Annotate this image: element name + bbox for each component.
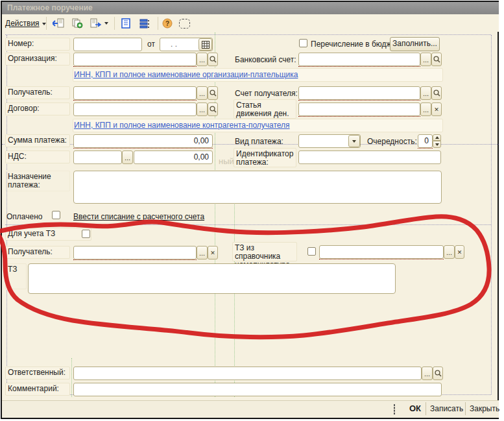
payment-sum-input[interactable]: 0,00 bbox=[73, 134, 213, 148]
budget-transfer-label: Перечисление в бюджет bbox=[311, 40, 399, 49]
ellipsis-icon: ... bbox=[199, 104, 205, 115]
select-mode-button[interactable] bbox=[176, 16, 192, 30]
clear-x-icon: ✕ bbox=[210, 248, 215, 258]
organization-select-button[interactable]: ... bbox=[197, 53, 208, 66]
enter-writeoff-link[interactable]: Ввести списание с расчетного счета bbox=[73, 212, 204, 221]
vat-select-button[interactable]: ... bbox=[122, 150, 133, 164]
actions-menu-button[interactable]: Действия bbox=[5, 19, 46, 28]
organization-input[interactable] bbox=[73, 53, 197, 66]
ok-button[interactable]: ОК bbox=[409, 403, 421, 415]
dotted-selection-icon bbox=[179, 19, 190, 29]
cashflow-clear-button[interactable]: ✕ bbox=[431, 102, 442, 116]
mandatory-underline bbox=[298, 116, 420, 117]
tz-catalog-select-button[interactable]: ... bbox=[444, 245, 455, 259]
responsible-select-button[interactable]: ... bbox=[422, 367, 433, 380]
cashflow-select-button[interactable]: ... bbox=[420, 102, 431, 116]
date-from-label: от bbox=[147, 40, 155, 49]
tz-receiver-input[interactable] bbox=[73, 246, 197, 259]
bank-account-select-button[interactable]: ... bbox=[420, 53, 431, 66]
chevron-down-icon bbox=[352, 140, 356, 143]
ellipsis-icon: ... bbox=[424, 368, 430, 379]
magnifier-icon bbox=[433, 90, 440, 97]
footer-separator bbox=[426, 402, 426, 415]
tz-receiver-clear-button[interactable]: ✕ bbox=[208, 246, 218, 259]
paid-checkbox[interactable] bbox=[52, 211, 60, 219]
contractor-details-link[interactable]: ИНН, КПП и полное наименование контраген… bbox=[74, 121, 290, 130]
vat-sum-input[interactable]: 0,00 bbox=[134, 150, 213, 164]
bank-account-open-button[interactable] bbox=[431, 53, 442, 66]
priority-down-button[interactable] bbox=[433, 141, 441, 148]
tz-flag-checkbox[interactable] bbox=[82, 230, 90, 238]
comment-label: Комментарий: bbox=[5, 383, 70, 396]
receiver-input[interactable] bbox=[73, 86, 197, 100]
receiver-account-input[interactable] bbox=[298, 86, 420, 100]
payment-kind-dropdown-button[interactable] bbox=[348, 135, 360, 147]
mandatory-underline bbox=[73, 66, 197, 67]
tz-catalog-clear-button[interactable]: ✕ bbox=[455, 245, 464, 259]
tz-catalog-checkbox[interactable] bbox=[307, 247, 316, 256]
ellipsis-icon: ... bbox=[423, 104, 429, 115]
tz-textarea[interactable] bbox=[28, 263, 396, 294]
payment-sum-label: Сумма платежа: bbox=[5, 134, 70, 147]
ellipsis-icon: ... bbox=[199, 54, 205, 65]
reread-button[interactable] bbox=[51, 16, 66, 30]
document-structure-button[interactable] bbox=[118, 16, 134, 30]
magnifier-icon bbox=[435, 370, 442, 377]
receiver-open-button[interactable] bbox=[208, 86, 218, 100]
magnifier-icon bbox=[433, 56, 440, 63]
vat-rate-input[interactable] bbox=[73, 150, 122, 164]
number-input[interactable] bbox=[73, 38, 142, 51]
cashflow-item-input[interactable] bbox=[298, 102, 420, 116]
tz-catalog-label: ТЗ из справочника номепнклатура bbox=[232, 242, 297, 261]
magnifier-icon bbox=[210, 90, 217, 97]
priority-up-button[interactable] bbox=[433, 134, 441, 141]
save-button[interactable]: Записать bbox=[430, 403, 463, 415]
goto-button[interactable] bbox=[89, 16, 110, 30]
copy-button[interactable] bbox=[69, 16, 85, 30]
close-button[interactable]: Закрыть bbox=[470, 403, 499, 415]
mandatory-underline bbox=[73, 148, 213, 149]
contract-open-button[interactable] bbox=[208, 102, 218, 116]
responsible-open-button[interactable] bbox=[433, 367, 443, 380]
comment-input[interactable] bbox=[73, 383, 442, 396]
budget-transfer-checkbox[interactable] bbox=[299, 39, 307, 47]
calendar-button[interactable] bbox=[198, 38, 212, 51]
ellipsis-icon: ... bbox=[199, 248, 205, 258]
list-settings-icon bbox=[139, 18, 150, 29]
receiver-account-open-button[interactable] bbox=[431, 86, 442, 100]
list-settings-button[interactable] bbox=[137, 16, 152, 30]
dotted-selection-icon bbox=[394, 404, 395, 415]
org-details-link[interactable]: ИНН, КПП и полное наименование организац… bbox=[74, 70, 298, 79]
footer-separator bbox=[465, 402, 466, 415]
fill-button[interactable]: Заполнить... bbox=[390, 37, 440, 51]
receiver-account-select-button[interactable]: ... bbox=[420, 86, 431, 100]
ellipsis-icon: ... bbox=[423, 88, 429, 99]
purpose-textarea[interactable] bbox=[73, 171, 442, 204]
mandatory-underline bbox=[418, 148, 433, 149]
tz-label: ТЗ bbox=[5, 263, 27, 289]
goto-icon bbox=[90, 18, 102, 29]
toolbar-separator bbox=[114, 17, 115, 30]
receiver-select-button[interactable]: ... bbox=[197, 86, 208, 100]
priority-input[interactable]: 0 bbox=[418, 134, 433, 148]
mandatory-underline bbox=[319, 259, 444, 259]
contract-select-button[interactable]: ... bbox=[197, 102, 208, 116]
vat-label: НДС: bbox=[5, 150, 70, 163]
tz-catalog-input[interactable] bbox=[319, 245, 444, 259]
actions-menu-label: Действия bbox=[5, 19, 40, 28]
select-mode-footer-button[interactable] bbox=[394, 403, 395, 415]
chevron-up-icon bbox=[435, 136, 439, 139]
contract-input[interactable] bbox=[73, 102, 197, 116]
group-separator bbox=[5, 224, 491, 225]
payment-id-label: Идентификатор платежа: bbox=[234, 148, 296, 167]
payment-id-input[interactable] bbox=[298, 150, 441, 164]
calendar-icon bbox=[202, 41, 210, 49]
tz-receiver-select-button[interactable]: ... bbox=[197, 246, 208, 259]
receiver-label: Получатель: bbox=[5, 86, 70, 99]
clear-x-icon: ✕ bbox=[457, 247, 462, 258]
bank-account-input[interactable] bbox=[298, 53, 420, 66]
organization-open-button[interactable] bbox=[208, 53, 218, 66]
priority-label: Очередность: bbox=[367, 137, 417, 146]
responsible-input[interactable] bbox=[73, 367, 422, 380]
help-button[interactable]: ? bbox=[161, 16, 174, 30]
